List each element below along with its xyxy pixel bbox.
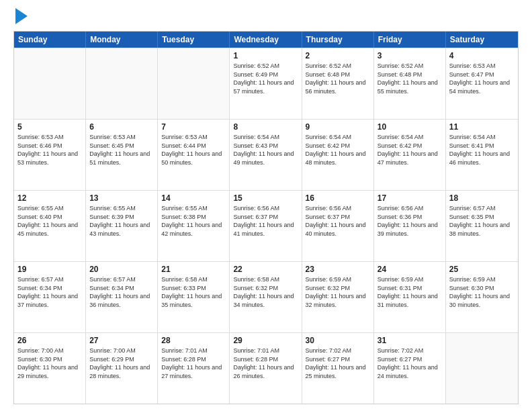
day-info: Sunrise: 6:52 AMSunset: 6:48 PMDaylight:… [378, 62, 442, 95]
calendar-row: 5Sunrise: 6:53 AMSunset: 6:46 PMDaylight… [14, 119, 518, 190]
calendar-cell: 9Sunrise: 6:54 AMSunset: 6:42 PMDaylight… [302, 120, 374, 190]
day-number: 3 [378, 51, 442, 60]
calendar-cell: 17Sunrise: 6:56 AMSunset: 6:36 PMDayligh… [374, 191, 446, 261]
day-info: Sunrise: 6:58 AMSunset: 6:32 PMDaylight:… [233, 275, 298, 309]
calendar-cell: 12Sunrise: 6:55 AMSunset: 6:40 PMDayligh… [14, 191, 86, 261]
day-number: 29 [233, 336, 298, 345]
calendar-cell: 8Sunrise: 6:54 AMSunset: 6:43 PMDaylight… [230, 120, 302, 190]
calendar-header-day: Wednesday [230, 32, 302, 48]
day-number: 9 [306, 122, 370, 132]
calendar-cell: 14Sunrise: 6:55 AMSunset: 6:38 PMDayligh… [158, 191, 230, 261]
day-info: Sunrise: 6:56 AMSunset: 6:37 PMDaylight:… [306, 204, 370, 238]
calendar-cell: 1Sunrise: 6:52 AMSunset: 6:49 PMDaylight… [230, 48, 302, 119]
day-number: 13 [89, 193, 154, 203]
calendar-body: 1Sunrise: 6:52 AMSunset: 6:49 PMDaylight… [14, 48, 518, 404]
calendar-cell: 3Sunrise: 6:52 AMSunset: 6:48 PMDaylight… [374, 48, 446, 119]
day-number: 28 [161, 336, 226, 345]
day-info: Sunrise: 6:57 AMSunset: 6:34 PMDaylight:… [89, 275, 154, 309]
day-number: 12 [17, 193, 82, 203]
day-number: 24 [378, 265, 442, 274]
day-info: Sunrise: 6:59 AMSunset: 6:32 PMDaylight:… [306, 275, 370, 309]
day-number: 19 [17, 265, 82, 274]
calendar-cell: 15Sunrise: 6:56 AMSunset: 6:37 PMDayligh… [230, 191, 302, 261]
calendar-cell: 29Sunrise: 7:01 AMSunset: 6:28 PMDayligh… [230, 333, 302, 404]
calendar-header: SundayMondayTuesdayWednesdayThursdayFrid… [14, 32, 518, 48]
calendar-cell: 25Sunrise: 6:59 AMSunset: 6:30 PMDayligh… [446, 262, 518, 332]
logo-arrow-icon [15, 8, 28, 24]
day-info: Sunrise: 6:58 AMSunset: 6:33 PMDaylight:… [161, 275, 226, 309]
calendar-cell: 2Sunrise: 6:52 AMSunset: 6:48 PMDaylight… [302, 48, 374, 119]
calendar-row: 26Sunrise: 7:00 AMSunset: 6:30 PMDayligh… [14, 332, 518, 404]
day-info: Sunrise: 6:56 AMSunset: 6:36 PMDaylight:… [378, 204, 442, 238]
day-info: Sunrise: 6:55 AMSunset: 6:40 PMDaylight:… [17, 204, 82, 238]
calendar-cell: 18Sunrise: 6:57 AMSunset: 6:35 PMDayligh… [446, 191, 518, 261]
calendar: SundayMondayTuesdayWednesdayThursdayFrid… [13, 31, 519, 404]
day-number: 4 [449, 51, 515, 60]
day-number: 25 [449, 265, 515, 274]
day-info: Sunrise: 7:00 AMSunset: 6:29 PMDaylight:… [89, 347, 154, 380]
calendar-cell [158, 48, 230, 119]
day-info: Sunrise: 6:54 AMSunset: 6:41 PMDaylight:… [449, 133, 515, 167]
calendar-cell: 27Sunrise: 7:00 AMSunset: 6:29 PMDayligh… [86, 333, 158, 404]
day-number: 5 [17, 122, 82, 132]
day-info: Sunrise: 7:01 AMSunset: 6:28 PMDaylight:… [233, 347, 298, 380]
calendar-cell: 10Sunrise: 6:54 AMSunset: 6:42 PMDayligh… [374, 120, 446, 190]
header [13, 11, 519, 24]
calendar-cell: 30Sunrise: 7:02 AMSunset: 6:27 PMDayligh… [302, 333, 374, 404]
calendar-header-day: Sunday [14, 32, 86, 48]
calendar-cell: 23Sunrise: 6:59 AMSunset: 6:32 PMDayligh… [302, 262, 374, 332]
day-number: 26 [17, 336, 82, 345]
day-info: Sunrise: 6:55 AMSunset: 6:38 PMDaylight:… [161, 204, 226, 238]
day-number: 11 [449, 122, 515, 132]
day-info: Sunrise: 7:02 AMSunset: 6:27 PMDaylight:… [378, 347, 442, 380]
calendar-cell: 16Sunrise: 6:56 AMSunset: 6:37 PMDayligh… [302, 191, 374, 261]
calendar-cell: 21Sunrise: 6:58 AMSunset: 6:33 PMDayligh… [158, 262, 230, 332]
day-info: Sunrise: 6:54 AMSunset: 6:43 PMDaylight:… [233, 133, 298, 167]
calendar-cell: 26Sunrise: 7:00 AMSunset: 6:30 PMDayligh… [14, 333, 86, 404]
day-number: 18 [449, 193, 515, 203]
calendar-row: 19Sunrise: 6:57 AMSunset: 6:34 PMDayligh… [14, 261, 518, 332]
calendar-cell: 5Sunrise: 6:53 AMSunset: 6:46 PMDaylight… [14, 120, 86, 190]
calendar-cell: 24Sunrise: 6:59 AMSunset: 6:31 PMDayligh… [374, 262, 446, 332]
day-number: 30 [306, 336, 370, 345]
calendar-header-day: Tuesday [158, 32, 230, 48]
day-info: Sunrise: 6:53 AMSunset: 6:46 PMDaylight:… [17, 133, 82, 167]
day-number: 7 [161, 122, 226, 132]
calendar-cell: 22Sunrise: 6:58 AMSunset: 6:32 PMDayligh… [230, 262, 302, 332]
day-number: 15 [233, 193, 298, 203]
calendar-cell: 28Sunrise: 7:01 AMSunset: 6:28 PMDayligh… [158, 333, 230, 404]
day-info: Sunrise: 7:01 AMSunset: 6:28 PMDaylight:… [161, 347, 226, 380]
day-number: 8 [233, 122, 298, 132]
day-number: 20 [89, 265, 154, 274]
calendar-row: 1Sunrise: 6:52 AMSunset: 6:49 PMDaylight… [14, 48, 518, 119]
day-number: 6 [89, 122, 154, 132]
day-number: 2 [306, 51, 370, 60]
calendar-header-day: Friday [374, 32, 446, 48]
day-number: 23 [306, 265, 370, 274]
calendar-cell: 19Sunrise: 6:57 AMSunset: 6:34 PMDayligh… [14, 262, 86, 332]
calendar-cell [14, 48, 86, 119]
day-number: 14 [161, 193, 226, 203]
day-info: Sunrise: 6:59 AMSunset: 6:30 PMDaylight:… [449, 275, 515, 309]
day-info: Sunrise: 6:53 AMSunset: 6:44 PMDaylight:… [161, 133, 226, 167]
day-info: Sunrise: 6:55 AMSunset: 6:39 PMDaylight:… [89, 204, 154, 238]
day-number: 1 [233, 51, 298, 60]
day-info: Sunrise: 6:54 AMSunset: 6:42 PMDaylight:… [306, 133, 370, 167]
page: SundayMondayTuesdayWednesdayThursdayFrid… [0, 0, 532, 411]
calendar-header-day: Saturday [446, 32, 518, 48]
calendar-row: 12Sunrise: 6:55 AMSunset: 6:40 PMDayligh… [14, 190, 518, 261]
calendar-header-day: Monday [86, 32, 158, 48]
day-info: Sunrise: 6:53 AMSunset: 6:47 PMDaylight:… [449, 62, 515, 95]
day-info: Sunrise: 6:57 AMSunset: 6:35 PMDaylight:… [449, 204, 515, 238]
day-number: 22 [233, 265, 298, 274]
day-info: Sunrise: 6:59 AMSunset: 6:31 PMDaylight:… [378, 275, 442, 309]
day-info: Sunrise: 7:02 AMSunset: 6:27 PMDaylight:… [306, 347, 370, 380]
calendar-cell: 4Sunrise: 6:53 AMSunset: 6:47 PMDaylight… [446, 48, 518, 119]
calendar-cell: 7Sunrise: 6:53 AMSunset: 6:44 PMDaylight… [158, 120, 230, 190]
day-info: Sunrise: 6:52 AMSunset: 6:48 PMDaylight:… [306, 62, 370, 95]
calendar-cell: 13Sunrise: 6:55 AMSunset: 6:39 PMDayligh… [86, 191, 158, 261]
day-number: 17 [378, 193, 442, 203]
day-number: 16 [306, 193, 370, 203]
calendar-cell: 20Sunrise: 6:57 AMSunset: 6:34 PMDayligh… [86, 262, 158, 332]
day-info: Sunrise: 6:53 AMSunset: 6:45 PMDaylight:… [89, 133, 154, 167]
